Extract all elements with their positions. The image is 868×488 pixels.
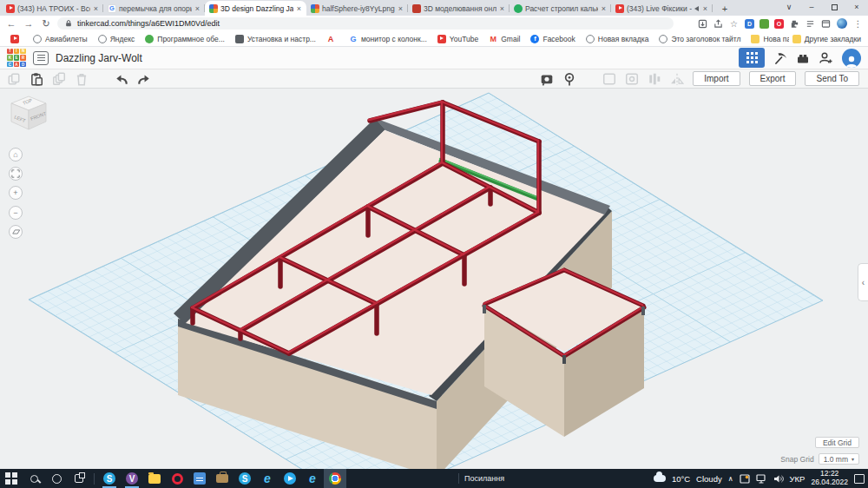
- viewport-3d[interactable]: TOP LEFT FRONT ⌂ + − ‹ Edit Grid Snap Gr…: [0, 89, 868, 469]
- blocks-grid-button[interactable]: [739, 48, 765, 68]
- forward-button[interactable]: →: [23, 18, 35, 29]
- tab-close-icon[interactable]: ×: [601, 4, 607, 13]
- design-title[interactable]: Dazzling Jarv-Wolt: [56, 52, 142, 64]
- close-window-button[interactable]: ×: [845, 0, 868, 14]
- taskbar-edge[interactable]: e: [256, 469, 279, 488]
- tab-tinkercad-design[interactable]: 3D design Dazzling Jarv-Wolt | T… ×: [205, 1, 306, 16]
- reload-button[interactable]: ↻: [40, 18, 52, 30]
- bookmark-youtube[interactable]: YouTube: [434, 35, 482, 43]
- delete-icon[interactable]: [75, 72, 89, 86]
- bookmark-aviabilety[interactable]: Авиабилеты: [30, 35, 91, 43]
- taskbar-ie[interactable]: e: [301, 469, 324, 488]
- taskbar-search[interactable]: [23, 469, 45, 488]
- ruler-helper-icon[interactable]: [562, 72, 576, 86]
- taskbar-opera[interactable]: [166, 469, 188, 488]
- language-indicator[interactable]: УКР: [790, 474, 806, 484]
- bookmark-new-folder[interactable]: Нова папка: [747, 35, 788, 43]
- bookmark-title[interactable]: Это заголовок тайтл: [655, 35, 744, 43]
- pickaxe-tool-icon[interactable]: [773, 51, 787, 65]
- tab-rafter-calc[interactable]: Расчет стропил калькулятор, … ×: [510, 1, 611, 16]
- scene-canvas[interactable]: [0, 89, 868, 469]
- speaker-icon[interactable]: [773, 474, 784, 484]
- shapes-panel-toggle[interactable]: ‹: [858, 263, 868, 301]
- minimize-button[interactable]: –: [800, 0, 823, 14]
- new-tab-button[interactable]: +: [718, 2, 732, 16]
- bookmark-monitor[interactable]: G монитор с колонк...: [345, 35, 431, 43]
- copy-icon[interactable]: [7, 72, 21, 86]
- network-display-icon[interactable]: [756, 474, 767, 484]
- bookmark-star-icon[interactable]: ☆: [729, 19, 739, 29]
- fit-view-button[interactable]: [9, 167, 23, 181]
- tab-3d-modeling[interactable]: 3D моделювання онлайн ×: [408, 1, 510, 16]
- tab-close-icon[interactable]: ×: [398, 4, 404, 13]
- taskbar-calculator[interactable]: [188, 469, 211, 488]
- tab-close-icon[interactable]: ×: [194, 4, 201, 13]
- tab-close-icon[interactable]: ×: [702, 4, 708, 13]
- switch-view-button[interactable]: [9, 225, 23, 239]
- edit-grid-button[interactable]: Edit Grid: [815, 437, 859, 448]
- import-button[interactable]: Import: [693, 71, 740, 86]
- tray-expand-icon[interactable]: ∧: [728, 475, 733, 483]
- chrome-menu-icon[interactable]: ⋮: [853, 19, 863, 29]
- profile-avatar[interactable]: [837, 18, 847, 29]
- back-button[interactable]: ←: [5, 18, 17, 29]
- window-extension-icon[interactable]: [821, 19, 831, 29]
- tab-youtube-na-troih[interactable]: (343) НА ТРОИХ - Все серии п… ×: [2, 1, 103, 16]
- bookmark-software[interactable]: Программное обе...: [141, 35, 228, 43]
- taskbar-briefcase[interactable]: [211, 469, 233, 488]
- taskbar-cortana[interactable]: [45, 469, 68, 488]
- weather-temp[interactable]: 10°C: [672, 474, 690, 484]
- taskbar-task-view[interactable]: [68, 469, 90, 488]
- snap-grid-select[interactable]: 1.0 mm ▾: [819, 453, 859, 465]
- taskbar-skype[interactable]: S: [98, 469, 121, 488]
- tab-audio-icon[interactable]: [694, 6, 699, 11]
- duplicate-icon[interactable]: [52, 72, 66, 86]
- save-page-icon[interactable]: [698, 19, 707, 29]
- omnibox[interactable]: tinkercad.com/things/a6EWI1DM0Vd/edit: [57, 17, 674, 30]
- other-bookmarks-button[interactable]: Другие закладки: [792, 35, 861, 43]
- invite-person-icon[interactable]: [819, 51, 833, 65]
- start-button[interactable]: [0, 469, 23, 488]
- user-avatar[interactable]: [842, 49, 861, 68]
- list-extension-icon[interactable]: [806, 19, 815, 29]
- taskbar-skype-2[interactable]: S: [233, 469, 256, 488]
- action-center-icon[interactable]: [854, 474, 865, 484]
- weather-condition[interactable]: Cloudy: [696, 474, 722, 484]
- home-view-button[interactable]: ⌂: [9, 148, 23, 162]
- extension-green[interactable]: [760, 19, 769, 29]
- align-icon[interactable]: [648, 72, 661, 86]
- zoom-in-button[interactable]: +: [9, 186, 23, 200]
- bookmark-yandex[interactable]: Яндекс: [95, 35, 139, 43]
- taskbar-chrome[interactable]: [324, 469, 346, 488]
- view-cube[interactable]: TOP LEFT FRONT: [9, 94, 49, 134]
- maximize-button[interactable]: [823, 0, 845, 14]
- undo-icon[interactable]: [115, 72, 128, 86]
- tab-close-icon[interactable]: ×: [93, 4, 99, 13]
- ungroup-icon[interactable]: [625, 72, 639, 86]
- extension-blue-d[interactable]: D: [745, 19, 754, 29]
- design-properties-icon[interactable]: [33, 51, 49, 65]
- brick-tool-icon[interactable]: [796, 51, 810, 65]
- bookmark-a-icon[interactable]: A: [323, 35, 342, 43]
- taskbar-explorer[interactable]: [143, 469, 166, 488]
- taskbar-separator[interactable]: [90, 469, 98, 488]
- bookmark-youtube-icon[interactable]: [7, 35, 26, 43]
- send-to-button[interactable]: Send To: [805, 71, 859, 86]
- tab-search-button[interactable]: ∨: [778, 0, 800, 14]
- workplane-helper-icon[interactable]: [540, 72, 554, 86]
- clock[interactable]: 12:22 26.04.2022: [811, 470, 848, 487]
- links-toolbar[interactable]: Посилання: [458, 473, 504, 484]
- bookmark-gmail[interactable]: M Gmail: [485, 35, 523, 43]
- redo-icon[interactable]: [137, 72, 151, 86]
- extension-opera-o[interactable]: O: [774, 19, 784, 29]
- tray-badge-icon[interactable]: [740, 474, 750, 484]
- extensions-puzzle-icon[interactable]: [790, 19, 799, 29]
- tab-close-icon[interactable]: ×: [296, 4, 302, 13]
- share-icon[interactable]: [713, 19, 723, 29]
- taskbar-viber[interactable]: V: [121, 469, 143, 488]
- tab-google-search[interactable]: G перемычка для опоры балки с… ×: [103, 1, 205, 16]
- zoom-out-button[interactable]: −: [9, 206, 23, 220]
- tab-halfsphere-png[interactable]: halfSphere-iy8YyLpng (100×10… ×: [306, 1, 408, 16]
- taskbar-telegram[interactable]: [279, 469, 301, 488]
- group-icon[interactable]: [602, 72, 616, 86]
